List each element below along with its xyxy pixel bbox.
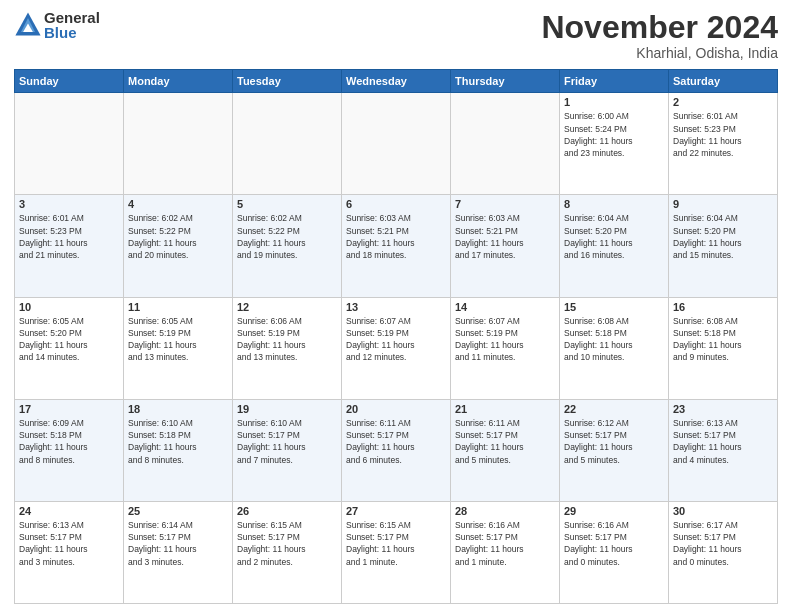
- day-info: Sunrise: 6:06 AM Sunset: 5:19 PM Dayligh…: [237, 315, 337, 364]
- calendar-day-cell: 3Sunrise: 6:01 AM Sunset: 5:23 PM Daylig…: [15, 195, 124, 297]
- logo-text: General Blue: [44, 10, 100, 40]
- weekday-header-saturday: Saturday: [669, 70, 778, 93]
- day-info: Sunrise: 6:00 AM Sunset: 5:24 PM Dayligh…: [564, 110, 664, 159]
- logo-icon: [14, 11, 42, 39]
- weekday-header-monday: Monday: [124, 70, 233, 93]
- calendar: SundayMondayTuesdayWednesdayThursdayFrid…: [14, 69, 778, 604]
- day-number: 16: [673, 301, 773, 313]
- day-number: 7: [455, 198, 555, 210]
- day-number: 25: [128, 505, 228, 517]
- day-info: Sunrise: 6:11 AM Sunset: 5:17 PM Dayligh…: [346, 417, 446, 466]
- weekday-header-sunday: Sunday: [15, 70, 124, 93]
- day-number: 11: [128, 301, 228, 313]
- calendar-day-cell: 13Sunrise: 6:07 AM Sunset: 5:19 PM Dayli…: [342, 297, 451, 399]
- day-number: 20: [346, 403, 446, 415]
- day-number: 5: [237, 198, 337, 210]
- location: Kharhial, Odisha, India: [541, 45, 778, 61]
- day-info: Sunrise: 6:07 AM Sunset: 5:19 PM Dayligh…: [346, 315, 446, 364]
- day-info: Sunrise: 6:15 AM Sunset: 5:17 PM Dayligh…: [346, 519, 446, 568]
- calendar-day-cell: 16Sunrise: 6:08 AM Sunset: 5:18 PM Dayli…: [669, 297, 778, 399]
- day-info: Sunrise: 6:17 AM Sunset: 5:17 PM Dayligh…: [673, 519, 773, 568]
- day-number: 4: [128, 198, 228, 210]
- day-number: 22: [564, 403, 664, 415]
- day-number: 8: [564, 198, 664, 210]
- calendar-week-row: 24Sunrise: 6:13 AM Sunset: 5:17 PM Dayli…: [15, 501, 778, 603]
- day-info: Sunrise: 6:08 AM Sunset: 5:18 PM Dayligh…: [673, 315, 773, 364]
- empty-cell: [342, 93, 451, 195]
- calendar-day-cell: 10Sunrise: 6:05 AM Sunset: 5:20 PM Dayli…: [15, 297, 124, 399]
- day-info: Sunrise: 6:11 AM Sunset: 5:17 PM Dayligh…: [455, 417, 555, 466]
- day-number: 12: [237, 301, 337, 313]
- day-number: 10: [19, 301, 119, 313]
- day-number: 1: [564, 96, 664, 108]
- calendar-day-cell: 26Sunrise: 6:15 AM Sunset: 5:17 PM Dayli…: [233, 501, 342, 603]
- day-number: 29: [564, 505, 664, 517]
- calendar-day-cell: 22Sunrise: 6:12 AM Sunset: 5:17 PM Dayli…: [560, 399, 669, 501]
- day-number: 19: [237, 403, 337, 415]
- calendar-week-row: 17Sunrise: 6:09 AM Sunset: 5:18 PM Dayli…: [15, 399, 778, 501]
- day-info: Sunrise: 6:05 AM Sunset: 5:20 PM Dayligh…: [19, 315, 119, 364]
- day-info: Sunrise: 6:15 AM Sunset: 5:17 PM Dayligh…: [237, 519, 337, 568]
- calendar-week-row: 3Sunrise: 6:01 AM Sunset: 5:23 PM Daylig…: [15, 195, 778, 297]
- calendar-day-cell: 20Sunrise: 6:11 AM Sunset: 5:17 PM Dayli…: [342, 399, 451, 501]
- day-number: 26: [237, 505, 337, 517]
- calendar-day-cell: 8Sunrise: 6:04 AM Sunset: 5:20 PM Daylig…: [560, 195, 669, 297]
- calendar-day-cell: 17Sunrise: 6:09 AM Sunset: 5:18 PM Dayli…: [15, 399, 124, 501]
- day-info: Sunrise: 6:05 AM Sunset: 5:19 PM Dayligh…: [128, 315, 228, 364]
- calendar-day-cell: 2Sunrise: 6:01 AM Sunset: 5:23 PM Daylig…: [669, 93, 778, 195]
- calendar-week-row: 1Sunrise: 6:00 AM Sunset: 5:24 PM Daylig…: [15, 93, 778, 195]
- day-number: 14: [455, 301, 555, 313]
- day-info: Sunrise: 6:10 AM Sunset: 5:17 PM Dayligh…: [237, 417, 337, 466]
- empty-cell: [451, 93, 560, 195]
- day-info: Sunrise: 6:12 AM Sunset: 5:17 PM Dayligh…: [564, 417, 664, 466]
- day-number: 21: [455, 403, 555, 415]
- day-info: Sunrise: 6:04 AM Sunset: 5:20 PM Dayligh…: [564, 212, 664, 261]
- calendar-day-cell: 28Sunrise: 6:16 AM Sunset: 5:17 PM Dayli…: [451, 501, 560, 603]
- day-number: 24: [19, 505, 119, 517]
- day-number: 15: [564, 301, 664, 313]
- logo-general-text: General: [44, 10, 100, 25]
- calendar-day-cell: 7Sunrise: 6:03 AM Sunset: 5:21 PM Daylig…: [451, 195, 560, 297]
- logo: General Blue: [14, 10, 100, 40]
- day-info: Sunrise: 6:13 AM Sunset: 5:17 PM Dayligh…: [19, 519, 119, 568]
- calendar-day-cell: 18Sunrise: 6:10 AM Sunset: 5:18 PM Dayli…: [124, 399, 233, 501]
- calendar-day-cell: 14Sunrise: 6:07 AM Sunset: 5:19 PM Dayli…: [451, 297, 560, 399]
- day-info: Sunrise: 6:02 AM Sunset: 5:22 PM Dayligh…: [237, 212, 337, 261]
- calendar-day-cell: 27Sunrise: 6:15 AM Sunset: 5:17 PM Dayli…: [342, 501, 451, 603]
- calendar-day-cell: 12Sunrise: 6:06 AM Sunset: 5:19 PM Dayli…: [233, 297, 342, 399]
- day-number: 6: [346, 198, 446, 210]
- day-info: Sunrise: 6:02 AM Sunset: 5:22 PM Dayligh…: [128, 212, 228, 261]
- logo-blue-text: Blue: [44, 25, 100, 40]
- calendar-day-cell: 21Sunrise: 6:11 AM Sunset: 5:17 PM Dayli…: [451, 399, 560, 501]
- calendar-day-cell: 11Sunrise: 6:05 AM Sunset: 5:19 PM Dayli…: [124, 297, 233, 399]
- weekday-header-row: SundayMondayTuesdayWednesdayThursdayFrid…: [15, 70, 778, 93]
- day-info: Sunrise: 6:16 AM Sunset: 5:17 PM Dayligh…: [455, 519, 555, 568]
- weekday-header-wednesday: Wednesday: [342, 70, 451, 93]
- day-number: 3: [19, 198, 119, 210]
- day-number: 17: [19, 403, 119, 415]
- day-info: Sunrise: 6:03 AM Sunset: 5:21 PM Dayligh…: [346, 212, 446, 261]
- day-number: 13: [346, 301, 446, 313]
- day-number: 2: [673, 96, 773, 108]
- header: General Blue November 2024 Kharhial, Odi…: [14, 10, 778, 61]
- calendar-day-cell: 24Sunrise: 6:13 AM Sunset: 5:17 PM Dayli…: [15, 501, 124, 603]
- calendar-day-cell: 25Sunrise: 6:14 AM Sunset: 5:17 PM Dayli…: [124, 501, 233, 603]
- calendar-week-row: 10Sunrise: 6:05 AM Sunset: 5:20 PM Dayli…: [15, 297, 778, 399]
- day-info: Sunrise: 6:14 AM Sunset: 5:17 PM Dayligh…: [128, 519, 228, 568]
- calendar-day-cell: 4Sunrise: 6:02 AM Sunset: 5:22 PM Daylig…: [124, 195, 233, 297]
- empty-cell: [233, 93, 342, 195]
- day-info: Sunrise: 6:08 AM Sunset: 5:18 PM Dayligh…: [564, 315, 664, 364]
- weekday-header-friday: Friday: [560, 70, 669, 93]
- calendar-day-cell: 23Sunrise: 6:13 AM Sunset: 5:17 PM Dayli…: [669, 399, 778, 501]
- weekday-header-thursday: Thursday: [451, 70, 560, 93]
- weekday-header-tuesday: Tuesday: [233, 70, 342, 93]
- day-info: Sunrise: 6:01 AM Sunset: 5:23 PM Dayligh…: [673, 110, 773, 159]
- day-info: Sunrise: 6:04 AM Sunset: 5:20 PM Dayligh…: [673, 212, 773, 261]
- calendar-day-cell: 15Sunrise: 6:08 AM Sunset: 5:18 PM Dayli…: [560, 297, 669, 399]
- day-number: 30: [673, 505, 773, 517]
- title-block: November 2024 Kharhial, Odisha, India: [541, 10, 778, 61]
- empty-cell: [124, 93, 233, 195]
- day-info: Sunrise: 6:10 AM Sunset: 5:18 PM Dayligh…: [128, 417, 228, 466]
- calendar-day-cell: 1Sunrise: 6:00 AM Sunset: 5:24 PM Daylig…: [560, 93, 669, 195]
- day-info: Sunrise: 6:16 AM Sunset: 5:17 PM Dayligh…: [564, 519, 664, 568]
